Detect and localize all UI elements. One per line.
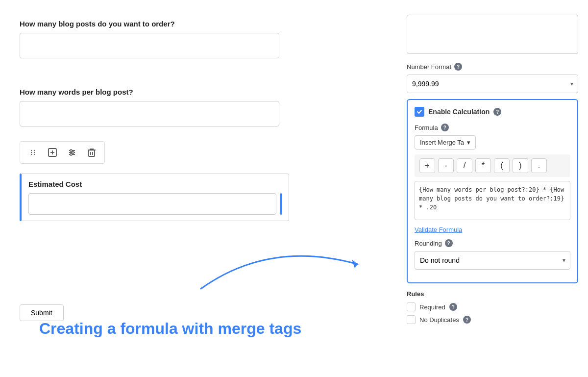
number-format-row: Number Format ? [407,63,578,71]
delete-button[interactable] [85,146,98,159]
svg-point-1 [31,152,32,153]
enable-calc-help-icon[interactable]: ? [493,108,501,116]
question2-block: How many words per blog post? [20,88,377,126]
estimated-cost-input[interactable] [28,193,276,215]
op-close-paren-button[interactable]: ) [513,158,528,173]
rounding-select[interactable]: Do not round Round to whole number Round… [415,251,570,270]
estimated-cost-block: Estimated Cost [20,174,377,221]
calculation-box: Enable Calculation ? Formula ? Insert Me… [407,99,578,283]
required-row: Required ? [407,302,578,311]
rules-section: Rules Required ? No Duplicates ? [407,290,578,324]
rounding-select-wrapper: Do not round Round to whole number Round… [415,251,570,270]
no-duplicates-checkbox[interactable] [407,315,416,324]
arrow-graphic [172,230,377,318]
number-format-help-icon[interactable]: ? [454,63,462,71]
question1-label: How many blog posts do you want to order… [20,20,377,28]
no-duplicates-help-icon[interactable]: ? [463,316,471,324]
rounding-label-row: Rounding ? [415,239,570,247]
svg-point-14 [70,153,72,155]
merge-tag-dropdown[interactable]: Insert Merge Ta ▾ [415,135,476,150]
rules-title: Rules [407,290,578,298]
op-open-paren-button[interactable]: ( [494,158,510,173]
annotation-text: Creating a formula with merge tags [39,319,301,338]
right-accent-bar [280,193,282,215]
formula-help-icon[interactable]: ? [441,124,449,131]
merge-tag-label: Insert Merge Ta [420,139,464,146]
op-divide-button[interactable]: / [457,158,472,173]
question1-block: How many blog posts do you want to order… [20,20,377,58]
number-format-select[interactable]: 9,999.99 9999 9,999 [407,75,578,93]
enable-calc-checkbox[interactable] [415,107,424,117]
question2-label: How many words per blog post? [20,88,377,96]
svg-point-3 [34,150,35,151]
svg-point-0 [31,150,32,151]
formula-textarea[interactable] [415,181,570,220]
add-field-button[interactable] [46,146,59,159]
formula-label: Formula [415,124,438,131]
op-dot-button[interactable]: . [531,158,547,173]
required-help-icon[interactable]: ? [449,303,457,311]
op-multiply-button[interactable]: * [475,158,491,173]
settings-button[interactable] [65,146,79,159]
no-duplicates-row: No Duplicates ? [407,315,578,324]
number-format-label: Number Format [407,63,451,71]
svg-point-4 [34,152,35,153]
question2-input[interactable] [20,101,279,126]
number-format-select-wrapper: 9,999.99 9999 9,999 ▾ [407,75,578,93]
right-panel: Number Format ? 9,999.99 9999 9,999 ▾ En… [397,10,588,367]
field-toolbar [20,141,105,164]
validate-formula-link[interactable]: Validate Formula [415,226,570,233]
svg-point-2 [31,154,32,155]
svg-point-13 [72,151,74,153]
estimated-cost-label: Estimated Cost [28,180,282,188]
rounding-help-icon[interactable]: ? [445,239,453,247]
op-plus-button[interactable]: + [419,158,435,173]
svg-rect-15 [89,150,95,156]
svg-point-12 [70,150,72,151]
top-textarea[interactable] [407,15,578,54]
operator-row: + - / * ( ) . [415,154,570,177]
move-handle[interactable] [26,146,40,159]
question1-input[interactable] [20,33,279,58]
svg-marker-18 [352,259,358,268]
formula-label-row: Formula ? [415,124,570,131]
no-duplicates-label: No Duplicates [419,316,459,324]
svg-point-5 [34,154,35,155]
op-minus-button[interactable]: - [438,158,454,173]
estimated-cost-inner: Estimated Cost [22,174,289,221]
enable-calc-label: Enable Calculation [428,108,490,116]
required-label: Required [419,303,445,311]
required-checkbox[interactable] [407,302,416,311]
enable-calc-row: Enable Calculation ? [415,107,570,117]
merge-tag-chevron-icon: ▾ [467,139,470,146]
rounding-label: Rounding [415,240,442,247]
